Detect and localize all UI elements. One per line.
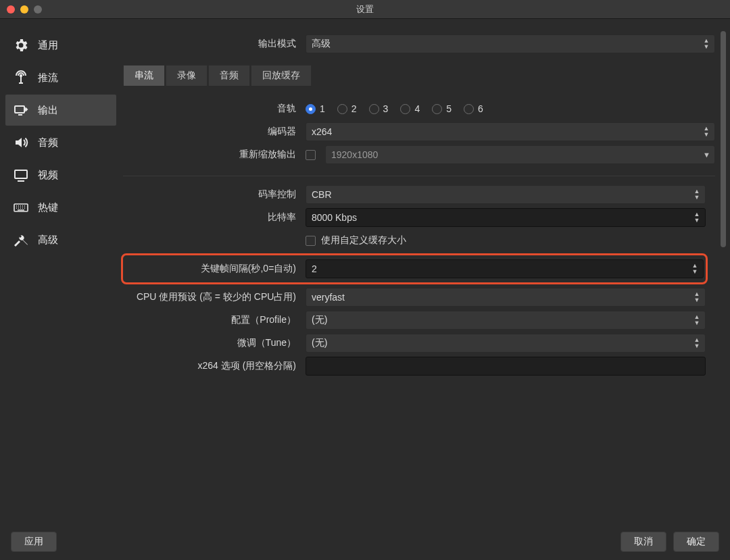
svg-rect-2 (15, 170, 27, 178)
scrollbar-track (721, 31, 726, 524)
sidebar-item-output[interactable]: 输出 (5, 95, 116, 126)
output-mode-select[interactable]: 高级 ▲▼ (306, 34, 715, 53)
sidebar-item-video[interactable]: 视频 (5, 159, 116, 190)
audio-track-label: 音轨 (123, 103, 299, 115)
tune-select[interactable]: (无) ▲▼ (306, 334, 706, 353)
sidebar-item-advanced[interactable]: 高级 (5, 224, 116, 255)
rescale-value: 1920x1080 (331, 149, 378, 160)
encoder-select[interactable]: x264 ▲▼ (306, 122, 715, 141)
output-mode-value: 高级 (312, 38, 331, 50)
audio-track-radio-group: 1 2 3 4 5 6 (306, 103, 725, 114)
rescale-checkbox[interactable] (306, 150, 316, 160)
cpu-preset-select[interactable]: veryfast ▲▼ (306, 288, 706, 307)
keyframe-value: 2 (312, 263, 317, 274)
encoder-label: 编码器 (123, 126, 299, 138)
sidebar-item-label: 输出 (38, 104, 58, 117)
scrollbar-thumb[interactable] (721, 31, 726, 247)
keyframe-row-highlight: 关键帧间隔(秒,0=自动) 2 ▲▼ (121, 253, 708, 284)
antenna-icon (12, 69, 30, 86)
cpu-preset-value: veryfast (312, 292, 345, 303)
gear-icon (12, 36, 30, 54)
custom-buffer-label: 使用自定义缓存大小 (321, 234, 406, 247)
bitrate-spinbox[interactable]: 8000 Kbps ▲▼ (306, 208, 706, 227)
sidebar-item-label: 通用 (38, 39, 58, 52)
sidebar-item-label: 推流 (38, 72, 58, 84)
monitor-icon (12, 166, 30, 184)
audio-track-6[interactable]: 6 (464, 103, 483, 114)
sidebar-item-stream[interactable]: 推流 (5, 62, 116, 93)
updown-icon: ▲▼ (691, 210, 702, 225)
sidebar-item-label: 音频 (38, 136, 58, 149)
encoder-value: x264 (312, 126, 332, 137)
custom-buffer-checkbox[interactable] (306, 236, 316, 246)
profile-value: (无) (312, 314, 327, 326)
rate-control-select[interactable]: CBR ▲▼ (306, 185, 706, 204)
x264opts-label: x264 选项 (用空格分隔) (123, 360, 299, 372)
x264opts-input[interactable] (306, 357, 706, 376)
keyframe-label: 关键帧间隔(秒,0=自动) (125, 263, 299, 275)
keyframe-spinbox[interactable]: 2 ▲▼ (306, 259, 704, 278)
svg-point-0 (20, 75, 22, 76)
window-minimize-button[interactable] (20, 5, 28, 14)
audio-track-1[interactable]: 1 (306, 103, 325, 114)
updown-icon: ▲▼ (691, 187, 702, 202)
profile-label: 配置（Profile） (123, 314, 299, 326)
tab-recording[interactable]: 录像 (166, 65, 208, 86)
sidebar-item-general[interactable]: 通用 (5, 30, 116, 61)
sidebar-item-label: 高级 (38, 234, 58, 247)
updown-icon: ▲▼ (691, 313, 702, 328)
tab-replay-buffer[interactable]: 回放缓存 (251, 65, 312, 86)
updown-icon: ▲▼ (691, 290, 702, 305)
tune-label: 微调（Tune） (123, 337, 299, 349)
main-panel: 输出模式 高级 ▲▼ 串流 录像 音频 回放缓存 音轨 1 2 3 4 5 6 (116, 26, 725, 524)
svg-rect-1 (15, 106, 24, 113)
rescale-select[interactable]: 1920x1080 ▼ (325, 145, 715, 164)
titlebar: 设置 (0, 0, 730, 19)
audio-track-4[interactable]: 4 (400, 103, 420, 114)
profile-select[interactable]: (无) ▲▼ (306, 311, 706, 330)
output-tabs: 串流 录像 音频 回放缓存 (123, 65, 715, 86)
tune-value: (无) (312, 337, 327, 349)
chevron-down-icon: ▼ (703, 151, 710, 159)
tab-streaming[interactable]: 串流 (123, 65, 165, 86)
output-icon (12, 101, 30, 119)
ok-button[interactable]: 确定 (673, 532, 719, 552)
updown-icon: ▲▼ (701, 124, 712, 139)
sidebar: 通用 推流 输出 音频 视频 (5, 26, 116, 524)
window-close-button[interactable] (7, 5, 15, 14)
cpu-preset-label: CPU 使用预设 (高 = 较少的 CPU占用) (123, 291, 299, 303)
cancel-button[interactable]: 取消 (620, 532, 666, 552)
keyboard-icon (12, 199, 30, 216)
rescale-label: 重新缩放输出 (123, 149, 299, 161)
footer: 应用 取消 确定 (0, 524, 730, 560)
audio-track-5[interactable]: 5 (432, 103, 452, 114)
updown-icon: ▲▼ (701, 36, 712, 51)
audio-track-3[interactable]: 3 (369, 103, 389, 114)
rate-control-label: 码率控制 (123, 188, 299, 201)
bitrate-label: 比特率 (123, 211, 299, 224)
window-maximize-button[interactable] (34, 5, 42, 14)
apply-button[interactable]: 应用 (11, 532, 57, 552)
sidebar-item-label: 视频 (38, 169, 58, 182)
updown-icon: ▲▼ (691, 336, 702, 351)
tools-icon (12, 231, 30, 249)
sidebar-item-audio[interactable]: 音频 (5, 127, 116, 158)
output-mode-label: 输出模式 (123, 38, 299, 50)
tab-audio[interactable]: 音频 (208, 65, 250, 86)
updown-icon: ▲▼ (689, 261, 700, 276)
audio-track-2[interactable]: 2 (337, 103, 357, 114)
window-title: 设置 (356, 3, 374, 16)
sidebar-item-label: 热键 (38, 201, 58, 214)
speaker-icon (12, 134, 30, 151)
sidebar-item-hotkeys[interactable]: 热键 (5, 192, 116, 223)
bitrate-value: 8000 Kbps (312, 212, 357, 223)
rate-control-value: CBR (312, 189, 332, 200)
